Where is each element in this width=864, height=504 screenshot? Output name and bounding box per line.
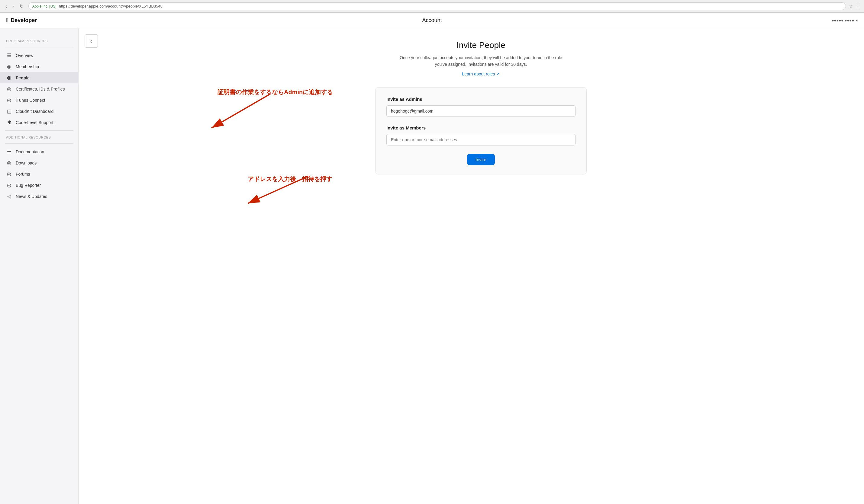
sidebar-item-bug-reporter-label: Bug Reporter bbox=[16, 183, 41, 188]
learn-roles-text: Learn about roles bbox=[462, 72, 495, 76]
sidebar-item-people-label: People bbox=[16, 75, 29, 80]
admins-label: Invite as Admins bbox=[386, 97, 576, 102]
sidebar-item-forums[interactable]: ◎ Forums bbox=[0, 169, 78, 180]
people-icon: ◎ bbox=[6, 75, 12, 81]
code-support-icon: ✱ bbox=[6, 120, 12, 125]
sidebar-item-bug-reporter[interactable]: ◎ Bug Reporter bbox=[0, 180, 78, 191]
sidebar-item-news-updates[interactable]: ◁ News & Updates bbox=[0, 191, 78, 202]
sidebar-item-certificates[interactable]: ◎ Certificates, IDs & Profiles bbox=[0, 83, 78, 95]
invite-form: Invite as Admins Invite as Members Invit… bbox=[375, 87, 587, 174]
browser-nav-buttons: ‹ › ↻ bbox=[4, 3, 25, 10]
sidebar-item-downloads[interactable]: ◎ Downloads bbox=[0, 157, 78, 169]
sidebar-divider-additional bbox=[5, 143, 73, 144]
sidebar: Program Resources ☰ Overview ◎ Membershi… bbox=[0, 28, 79, 504]
sidebar-item-membership-label: Membership bbox=[16, 64, 39, 69]
sidebar-item-documentation[interactable]: ☰ Documentation bbox=[0, 146, 78, 157]
program-resources-label: Program Resources bbox=[0, 37, 78, 45]
sidebar-item-cloudkit[interactable]: ◫ CloudKit Dashboard bbox=[0, 106, 78, 117]
itunes-icon: ◎ bbox=[6, 97, 12, 103]
invite-subtitle: Once your colleague accepts your invitat… bbox=[393, 54, 568, 68]
cloudkit-icon: ◫ bbox=[6, 108, 12, 114]
members-label: Invite as Members bbox=[386, 125, 576, 131]
sidebar-item-cloudkit-label: CloudKit Dashboard bbox=[16, 109, 53, 114]
sidebar-item-code-support[interactable]: ✱ Code-Level Support bbox=[0, 117, 78, 128]
external-link-icon: ↗ bbox=[496, 72, 500, 76]
sidebar-divider-top bbox=[5, 47, 73, 47]
forward-nav-button[interactable]: › bbox=[11, 3, 16, 10]
sidebar-item-downloads-label: Downloads bbox=[16, 161, 37, 165]
app-header:  Developer Account ●●●●● ●●●● ▾ bbox=[0, 13, 864, 28]
browser-chrome: ‹ › ↻ Apple Inc. [US] https://developer.… bbox=[0, 0, 864, 13]
sidebar-item-membership[interactable]: ◎ Membership bbox=[0, 61, 78, 72]
content-area: Invite People Once your colleague accept… bbox=[98, 28, 864, 504]
secure-label: Apple Inc. [US] bbox=[32, 4, 57, 9]
documentation-icon: ☰ bbox=[6, 149, 12, 155]
app-logo[interactable]:  Developer bbox=[6, 17, 37, 24]
learn-roles-link[interactable]: Learn about roles ↗ bbox=[462, 72, 500, 76]
main-content: ‹ Invite People Once your colleague acce… bbox=[79, 28, 864, 504]
sidebar-item-overview[interactable]: ☰ Overview bbox=[0, 50, 78, 61]
app-header-user[interactable]: ●●●●● ●●●● ▾ bbox=[832, 18, 858, 23]
membership-icon: ◎ bbox=[6, 64, 12, 70]
reload-button[interactable]: ↻ bbox=[18, 3, 25, 10]
additional-resources-label: Additional Resources bbox=[0, 133, 78, 141]
bug-reporter-icon: ◎ bbox=[6, 182, 12, 188]
back-chevron-icon: ‹ bbox=[90, 38, 92, 44]
menu-icon[interactable]: ⋮ bbox=[855, 3, 860, 9]
sidebar-item-forums-label: Forums bbox=[16, 172, 30, 176]
browser-actions: ☆ ⋮ bbox=[849, 3, 860, 9]
certificates-icon: ◎ bbox=[6, 86, 12, 92]
downloads-icon: ◎ bbox=[6, 160, 12, 166]
sidebar-item-documentation-label: Documentation bbox=[16, 149, 44, 154]
app-logo-text: Developer bbox=[11, 17, 37, 24]
admins-email-input[interactable] bbox=[386, 105, 576, 117]
layout: Program Resources ☰ Overview ◎ Membershi… bbox=[0, 28, 864, 504]
back-nav-button[interactable]: ‹ bbox=[4, 3, 9, 10]
address-bar[interactable]: Apple Inc. [US] https://developer.apple.… bbox=[28, 2, 846, 10]
back-btn-container: ‹ bbox=[79, 28, 98, 504]
bookmark-icon[interactable]: ☆ bbox=[849, 3, 853, 9]
apple-icon:  bbox=[6, 17, 8, 24]
back-button[interactable]: ‹ bbox=[85, 34, 98, 48]
members-email-input[interactable] bbox=[386, 134, 576, 146]
sidebar-item-overview-label: Overview bbox=[16, 53, 33, 58]
overview-icon: ☰ bbox=[6, 52, 12, 58]
sidebar-item-people[interactable]: ◎ People bbox=[0, 72, 78, 83]
forums-icon: ◎ bbox=[6, 171, 12, 177]
user-name: ●●●●● ●●●● bbox=[832, 18, 854, 23]
app-header-title: Account bbox=[422, 17, 442, 24]
url-text: https://developer.apple.com/account/#/pe… bbox=[59, 4, 163, 9]
chevron-down-icon: ▾ bbox=[856, 18, 858, 23]
news-updates-icon: ◁ bbox=[6, 194, 12, 199]
sidebar-item-itunes[interactable]: ◎ iTunes Connect bbox=[0, 95, 78, 106]
sidebar-item-certificates-label: Certificates, IDs & Profiles bbox=[16, 87, 65, 91]
sidebar-item-news-updates-label: News & Updates bbox=[16, 194, 47, 199]
invite-button[interactable]: Invite bbox=[467, 154, 495, 165]
sidebar-item-code-support-label: Code-Level Support bbox=[16, 120, 53, 125]
invite-title: Invite People bbox=[456, 40, 505, 50]
sidebar-item-itunes-label: iTunes Connect bbox=[16, 98, 45, 102]
